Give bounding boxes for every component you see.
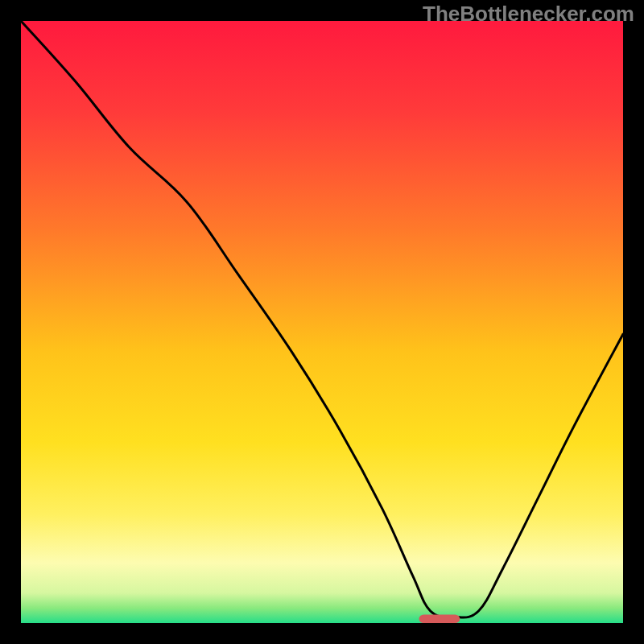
optimum-marker [419, 615, 460, 623]
plot-frame [21, 21, 623, 623]
bottleneck-chart [21, 21, 623, 623]
gradient-background [21, 21, 623, 623]
watermark-text: TheBottlenecker.com [423, 2, 634, 27]
